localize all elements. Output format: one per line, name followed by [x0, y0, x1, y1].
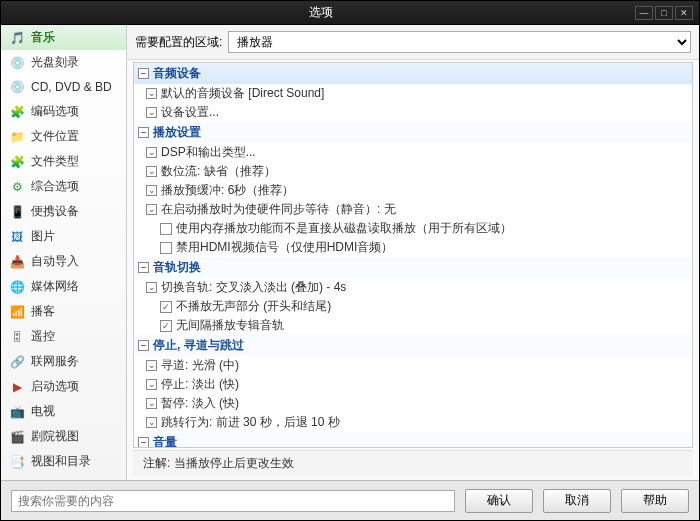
expand-icon[interactable]: ⌄: [146, 282, 157, 293]
settings-tree[interactable]: –音频设备⌄默认的音频设备 [Direct Sound]⌄设备设置...–播放设…: [133, 62, 693, 448]
collapse-icon[interactable]: –: [138, 127, 149, 138]
sidebar-item-4[interactable]: 📁文件位置: [1, 124, 126, 149]
node-label: 数位流: 缺省（推荐）: [161, 163, 276, 180]
group-title: 停止, 寻道与跳过: [153, 337, 244, 354]
sidebar-item-13[interactable]: 🔗联网服务: [1, 349, 126, 374]
group-header[interactable]: –音频设备: [134, 63, 692, 84]
tree-node[interactable]: ⌄数位流: 缺省（推荐）: [134, 162, 692, 181]
sidebar-item-17[interactable]: 📑视图和目录: [1, 449, 126, 474]
collapse-icon[interactable]: –: [138, 437, 149, 448]
minimize-button[interactable]: —: [635, 6, 653, 20]
help-button[interactable]: 帮助: [621, 489, 689, 513]
window-controls: — □ ✕: [635, 6, 693, 20]
sidebar-item-7[interactable]: 📱便携设备: [1, 199, 126, 224]
sidebar-icon: 🌐: [9, 279, 25, 295]
sidebar-label: 光盘刻录: [31, 54, 79, 71]
group-header[interactable]: –停止, 寻道与跳过: [134, 335, 692, 356]
region-label: 需要配置的区域:: [135, 34, 222, 51]
sidebar-item-12[interactable]: 🎛遥控: [1, 324, 126, 349]
checkbox[interactable]: [160, 301, 172, 313]
sidebar-label: 综合选项: [31, 178, 79, 195]
expand-icon[interactable]: ⌄: [146, 417, 157, 428]
expand-icon[interactable]: ⌄: [146, 166, 157, 177]
sidebar-icon: 🖼: [9, 229, 25, 245]
expand-icon[interactable]: ⌄: [146, 147, 157, 158]
expand-icon[interactable]: ⌄: [146, 88, 157, 99]
node-label: 停止: 淡出 (快): [161, 376, 239, 393]
expand-icon[interactable]: ⌄: [146, 185, 157, 196]
sidebar-item-10[interactable]: 🌐媒体网络: [1, 274, 126, 299]
sidebar-item-15[interactable]: 📺电视: [1, 399, 126, 424]
tree-node[interactable]: ⌄DSP和输出类型...: [134, 143, 692, 162]
collapse-icon[interactable]: –: [138, 340, 149, 351]
sidebar-label: 媒体网络: [31, 278, 79, 295]
sidebar-icon: 📱: [9, 204, 25, 220]
checkbox[interactable]: [160, 223, 172, 235]
sidebar-label: 文件类型: [31, 153, 79, 170]
sidebar-icon: 📶: [9, 304, 25, 320]
tree-node[interactable]: ⌄切换音轨: 交叉淡入淡出 (叠加) - 4s: [134, 278, 692, 297]
sidebar-label: 便携设备: [31, 203, 79, 220]
group-title: 音轨切换: [153, 259, 201, 276]
tree-node[interactable]: ⌄停止: 淡出 (快): [134, 375, 692, 394]
tree-node[interactable]: ⌄暂停: 淡入 (快): [134, 394, 692, 413]
tree-node[interactable]: ⌄在启动播放时为使硬件同步等待（静音）: 无: [134, 200, 692, 219]
region-row: 需要配置的区域: 播放器: [127, 25, 699, 60]
cancel-button[interactable]: 取消: [543, 489, 611, 513]
expand-icon[interactable]: ⌄: [146, 204, 157, 215]
search-input[interactable]: [11, 490, 455, 512]
maximize-button[interactable]: □: [655, 6, 673, 20]
sidebar-item-3[interactable]: 🧩编码选项: [1, 99, 126, 124]
tree-node[interactable]: 不播放无声部分 (开头和结尾): [134, 297, 692, 316]
sidebar-item-0[interactable]: 🎵音乐: [1, 25, 126, 50]
sidebar-item-14[interactable]: ▶启动选项: [1, 374, 126, 399]
sidebar-icon: 🧩: [9, 104, 25, 120]
group-header[interactable]: –播放设置: [134, 122, 692, 143]
sidebar-item-16[interactable]: 🎬剧院视图: [1, 424, 126, 449]
sidebar-item-6[interactable]: ⚙综合选项: [1, 174, 126, 199]
node-label: 切换音轨: 交叉淡入淡出 (叠加) - 4s: [161, 279, 346, 296]
sidebar-item-9[interactable]: 📥自动导入: [1, 249, 126, 274]
tree-node[interactable]: 禁用HDMI视频信号（仅使用HDMI音频）: [134, 238, 692, 257]
tree-node[interactable]: ⌄默认的音频设备 [Direct Sound]: [134, 84, 692, 103]
sidebar-label: 遥控: [31, 328, 55, 345]
checkbox[interactable]: [160, 320, 172, 332]
expand-icon[interactable]: ⌄: [146, 360, 157, 371]
tree-node[interactable]: ⌄跳转行为: 前进 30 秒，后退 10 秒: [134, 413, 692, 432]
node-label: 暂停: 淡入 (快): [161, 395, 239, 412]
node-label: 禁用HDMI视频信号（仅使用HDMI音频）: [176, 239, 393, 256]
sidebar-item-5[interactable]: 🧩文件类型: [1, 149, 126, 174]
sidebar-item-11[interactable]: 📶播客: [1, 299, 126, 324]
node-label: 使用内存播放功能而不是直接从磁盘读取播放（用于所有区域）: [176, 220, 512, 237]
note-label: 注解:: [143, 456, 170, 470]
sidebar-label: 编码选项: [31, 103, 79, 120]
tree-node[interactable]: ⌄寻道: 光滑 (中): [134, 356, 692, 375]
group-header[interactable]: –音轨切换: [134, 257, 692, 278]
collapse-icon[interactable]: –: [138, 262, 149, 273]
node-label: 跳转行为: 前进 30 秒，后退 10 秒: [161, 414, 340, 431]
titlebar: 选项 — □ ✕: [1, 1, 699, 25]
group-title: 音量: [153, 434, 177, 448]
sidebar-item-2[interactable]: 💿CD, DVD & BD: [1, 75, 126, 99]
window-title: 选项: [7, 4, 635, 21]
sidebar-item-8[interactable]: 🖼图片: [1, 224, 126, 249]
node-label: DSP和输出类型...: [161, 144, 256, 161]
tree-node[interactable]: 无间隔播放专辑音轨: [134, 316, 692, 335]
group-header[interactable]: –音量: [134, 432, 692, 448]
collapse-icon[interactable]: –: [138, 68, 149, 79]
checkbox[interactable]: [160, 242, 172, 254]
sidebar-icon: ▶: [9, 379, 25, 395]
region-select[interactable]: 播放器: [228, 31, 691, 53]
expand-icon[interactable]: ⌄: [146, 379, 157, 390]
tree-node[interactable]: ⌄播放预缓冲: 6秒（推荐）: [134, 181, 692, 200]
sidebar-item-1[interactable]: 💿光盘刻录: [1, 50, 126, 75]
expand-icon[interactable]: ⌄: [146, 398, 157, 409]
sidebar-icon: 📁: [9, 129, 25, 145]
tree-node[interactable]: 使用内存播放功能而不是直接从磁盘读取播放（用于所有区域）: [134, 219, 692, 238]
close-button[interactable]: ✕: [675, 6, 693, 20]
expand-icon[interactable]: ⌄: [146, 107, 157, 118]
tree-node[interactable]: ⌄设备设置...: [134, 103, 692, 122]
group-title: 音频设备: [153, 65, 201, 82]
sidebar-icon: 📺: [9, 404, 25, 420]
ok-button[interactable]: 确认: [465, 489, 533, 513]
